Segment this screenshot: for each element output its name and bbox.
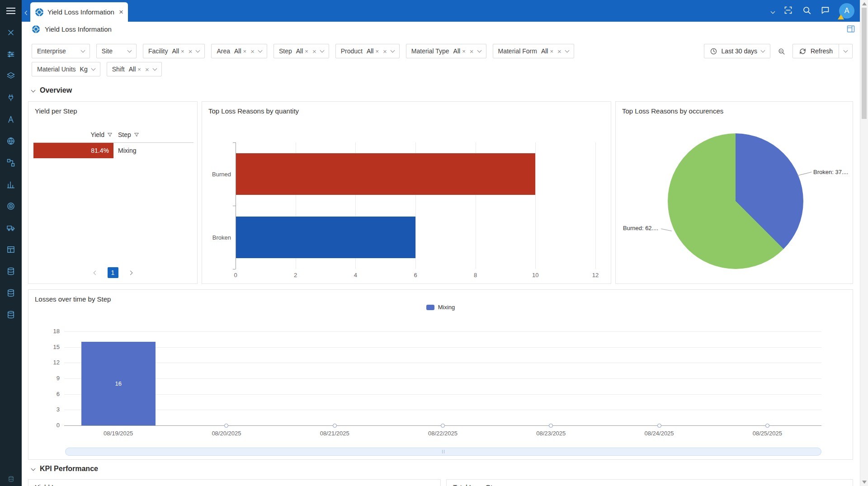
tab-close-icon[interactable]: ×	[119, 8, 123, 16]
filter-chip-material-units[interactable]: Material UnitsKg	[32, 62, 100, 76]
clear-filter-icon[interactable]: ×	[189, 48, 193, 55]
clear-filter-icon[interactable]: ×	[312, 48, 316, 55]
filter-funnel-icon[interactable]	[107, 132, 113, 137]
sidebar-analytics-icon[interactable]	[0, 174, 22, 195]
refresh-label: Refresh	[811, 47, 833, 55]
remove-value-icon[interactable]: ×	[375, 48, 379, 54]
pie-leader-line	[797, 172, 811, 176]
page-scrollbar[interactable]	[860, 0, 868, 486]
sidebar-close-icon[interactable]	[0, 22, 22, 43]
sidebar-app-a-icon[interactable]	[0, 109, 22, 130]
chevron-down-icon[interactable]	[91, 66, 95, 71]
chevron-down-icon[interactable]	[390, 48, 395, 52]
remove-value-icon[interactable]: ×	[305, 48, 308, 54]
sidebar-target-icon[interactable]	[0, 195, 22, 217]
legend-mixing[interactable]: Mixing	[28, 304, 853, 311]
filter-chip-step[interactable]: StepAll××	[274, 44, 329, 58]
chat-icon[interactable]	[821, 5, 830, 16]
yield-table-header: Yield Step	[33, 127, 193, 143]
filter-chip-material-type[interactable]: Material TypeAll××	[406, 44, 486, 58]
remove-value-icon[interactable]: ×	[181, 48, 184, 54]
chevron-down-icon[interactable]	[127, 48, 132, 52]
x-tick-label: 0	[226, 272, 245, 278]
refresh-options-button[interactable]	[839, 44, 853, 58]
sidebar-settings-icon[interactable]	[0, 43, 22, 65]
chevron-down-icon[interactable]	[152, 66, 157, 71]
sidebar-database-1-icon[interactable]	[0, 260, 22, 282]
remove-value-icon[interactable]: ×	[462, 48, 466, 54]
x-date-label: 08/20/2025	[193, 430, 260, 437]
chevron-down-icon[interactable]	[258, 48, 262, 52]
refresh-button[interactable]: Refresh	[793, 44, 839, 58]
filter-label: Area	[217, 47, 230, 55]
filter-chip-product[interactable]: ProductAll××	[335, 44, 400, 58]
filter-chip-facility[interactable]: FacilityAll××	[143, 44, 205, 58]
filter-label: Step	[279, 47, 292, 55]
sidebar-globe-icon[interactable]	[0, 130, 22, 152]
filter-funnel-icon[interactable]	[134, 132, 139, 137]
clear-filter-icon[interactable]: ×	[145, 66, 149, 73]
sidebar-workflow-icon[interactable]	[0, 152, 22, 174]
clear-filter-icon[interactable]: ×	[383, 48, 387, 55]
pagination-prev-icon[interactable]	[90, 267, 100, 278]
y-tick-label: 0	[43, 422, 60, 429]
time-range-label: Last 30 days	[722, 47, 757, 55]
tab-list-chevron-icon[interactable]	[771, 7, 774, 14]
hamburger-menu-icon[interactable]	[0, 0, 22, 22]
filter-value: All×	[296, 47, 308, 55]
section-overview-toggle[interactable]: Overview	[32, 86, 72, 94]
time-range-button[interactable]: Last 30 days	[704, 44, 770, 58]
table-row[interactable]: 81.4%Mixing	[33, 143, 193, 158]
scrollbar-thumb[interactable]	[862, 8, 867, 119]
sidebar-database-2-icon[interactable]	[0, 282, 22, 304]
scan-icon[interactable]	[783, 5, 793, 16]
filter-chip-enterprise[interactable]: Enterprise	[32, 44, 90, 58]
filter-toolbar: EnterpriseSiteFacilityAll××AreaAll××Step…	[22, 37, 860, 84]
pagination-next-icon[interactable]	[126, 267, 137, 278]
user-avatar[interactable]: A	[839, 3, 854, 19]
clear-filter-icon[interactable]: ×	[470, 48, 474, 55]
sidebar-integrations-icon[interactable]	[0, 87, 22, 109]
sidebar-window-icon[interactable]	[0, 239, 22, 260]
filter-chip-area[interactable]: AreaAll××	[211, 44, 267, 58]
sidebar-logistics-icon[interactable]	[0, 217, 22, 239]
time-bar-chart: 036912151808/19/20251608/20/202508/21/20…	[64, 331, 821, 425]
scrollbar-down-arrow[interactable]	[862, 481, 867, 484]
tab-yield-loss-information[interactable]: Yield Loss Information ×	[30, 2, 128, 22]
filter-value: All×	[541, 47, 553, 55]
filter-chip-material-form[interactable]: Material FormAll××	[493, 44, 574, 58]
chart-scroll-brush[interactable]	[65, 448, 821, 456]
chevron-down-icon[interactable]	[477, 48, 481, 52]
chevron-down-icon[interactable]	[80, 48, 85, 52]
pie-leader-line	[661, 229, 672, 231]
sidebar-database-3-icon[interactable]	[0, 304, 22, 326]
chevron-down-icon[interactable]	[320, 48, 324, 52]
zoom-out-icon[interactable]	[778, 47, 785, 55]
card-total-loss-qty: Total Loss Qty	[446, 479, 853, 486]
card-loss-reasons-by-occurrences: Top Loss Reasons by occurences Broken: 3…	[615, 101, 853, 284]
clear-filter-icon[interactable]: ×	[557, 48, 561, 55]
scrollbar-up-arrow[interactable]	[862, 2, 867, 5]
filter-chip-site[interactable]: Site	[96, 44, 137, 58]
y-tick-label: 9	[43, 375, 60, 382]
filter-label: Shift	[112, 66, 125, 73]
sidebar-status-icon[interactable]	[0, 476, 22, 482]
remove-value-icon[interactable]: ×	[550, 48, 553, 54]
pagination-page-1[interactable]: 1	[108, 267, 118, 278]
x-date-label: 08/25/2025	[733, 430, 801, 437]
tab-scroll-left-icon[interactable]	[24, 9, 28, 16]
search-icon[interactable]	[802, 5, 811, 16]
zero-marker	[441, 424, 445, 428]
sidebar-layers-icon[interactable]	[0, 65, 22, 87]
chevron-down-icon[interactable]	[196, 48, 200, 52]
card-title-yield-loss: Yield Loss	[28, 480, 440, 486]
remove-value-icon[interactable]: ×	[137, 66, 141, 72]
panel-toggle-icon[interactable]	[846, 24, 855, 35]
legend-swatch	[426, 305, 434, 310]
section-kpi-toggle[interactable]: KPI Performance	[32, 465, 98, 473]
remove-value-icon[interactable]: ×	[243, 48, 247, 54]
filter-chip-shift[interactable]: ShiftAll××	[107, 62, 162, 76]
x-tick-label: 10	[526, 272, 544, 278]
clear-filter-icon[interactable]: ×	[250, 48, 255, 55]
chevron-down-icon[interactable]	[565, 48, 569, 52]
